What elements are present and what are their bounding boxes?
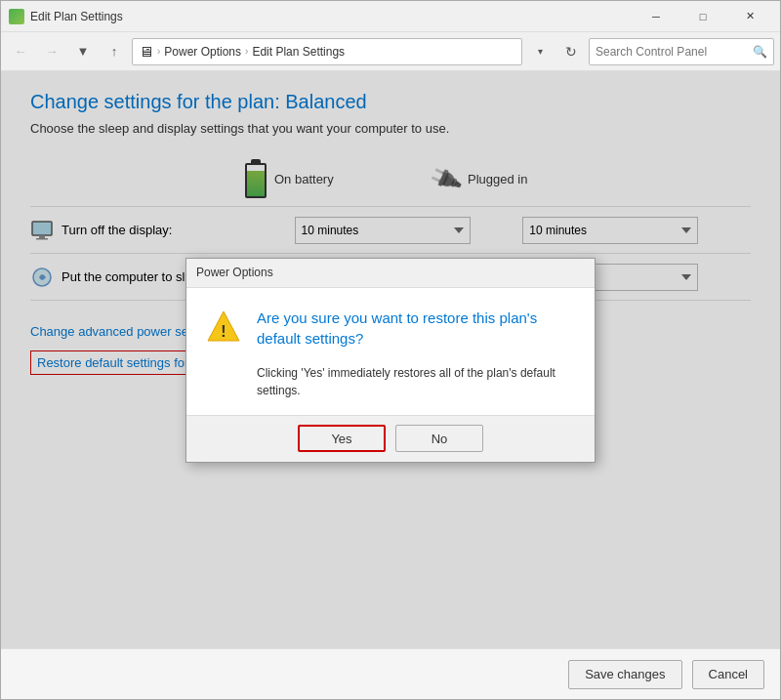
breadcrumb-parent[interactable]: Power Options [164,45,241,59]
breadcrumb-bar: 🖥 › Power Options › Edit Plan Settings [132,38,522,65]
dialog-question-text: Are you sure you want to restore this pl… [257,309,537,347]
minimize-button[interactable]: ─ [634,2,678,31]
search-icon: 🔍 [753,45,767,59]
breadcrumb-sep-1: › [157,46,160,57]
dialog-no-button[interactable]: No [395,425,483,452]
main-content: Change settings for the plan: Balanced C… [1,71,780,648]
breadcrumb-dropdown-button[interactable]: ▾ [526,38,554,65]
title-bar: Edit Plan Settings ─ □ ✕ [1,1,780,32]
dialog-title: Power Options [196,266,273,279]
window-title: Edit Plan Settings [30,10,634,23]
main-window: Edit Plan Settings ─ □ ✕ ← → ▼ ↑ 🖥 › Pow… [0,0,781,700]
maximize-button[interactable]: □ [680,2,725,31]
modal-overlay: Power Options ! Are you sure you want to… [1,71,780,648]
dialog-icon-row: ! Are you sure you want to restore this … [206,308,575,349]
dialog-footer: Yes No [186,415,595,462]
up-button[interactable]: ↑ [101,38,128,65]
dialog-box: Power Options ! Are you sure you want to… [185,258,596,463]
breadcrumb-sep-2: › [245,46,248,57]
breadcrumb-current: Edit Plan Settings [252,45,345,59]
close-button[interactable]: ✕ [727,2,772,31]
back-button[interactable]: ← [7,38,34,65]
search-input[interactable] [596,45,749,59]
search-bar: 🔍 [589,38,774,65]
refresh-button[interactable]: ↻ [557,38,585,65]
bottom-bar: Save changes Cancel [1,648,780,699]
dialog-title-bar: Power Options [186,259,595,288]
window-controls: ─ □ ✕ [634,2,772,31]
dialog-yes-button[interactable]: Yes [298,425,386,452]
dialog-body: ! Are you sure you want to restore this … [186,288,595,415]
forward-button[interactable]: → [38,38,65,65]
dropdown-recent-button[interactable]: ▼ [69,38,97,65]
svg-text:!: ! [221,323,226,340]
cancel-button[interactable]: Cancel [692,660,764,689]
breadcrumb-home-icon: 🖥 [139,43,153,60]
dialog-question: Are you sure you want to restore this pl… [257,308,575,349]
save-changes-button[interactable]: Save changes [568,660,681,689]
warning-icon: ! [206,309,241,346]
address-bar: ← → ▼ ↑ 🖥 › Power Options › Edit Plan Se… [1,32,780,71]
dialog-description: Clicking 'Yes' immediately restores all … [206,364,575,399]
window-icon [9,9,24,24]
